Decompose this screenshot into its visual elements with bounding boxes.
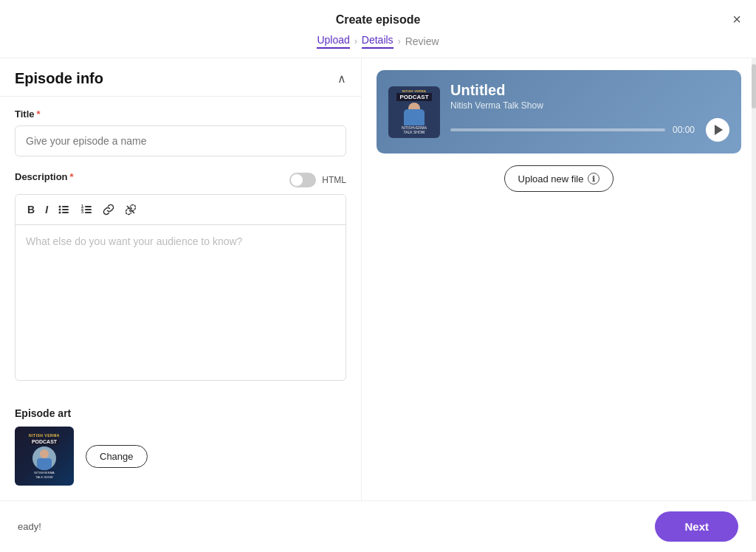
svg-rect-3 — [62, 209, 69, 210]
svg-point-4 — [59, 212, 61, 214]
player-subtitle: Nitish Verma Talk Show — [450, 100, 729, 111]
breadcrumb-sep-2: › — [398, 36, 401, 46]
thumb-podcast-label: PODCAST — [30, 438, 59, 445]
next-button[interactable]: Next — [655, 511, 738, 542]
link-icon — [103, 204, 114, 215]
html-toggle-area: HTML — [289, 173, 346, 187]
player-thumb-show: NITISHVERMATALK SHOW — [402, 125, 427, 135]
description-header: Description * HTML — [15, 171, 346, 188]
bullet-list-icon — [58, 204, 70, 215]
close-button[interactable]: × — [732, 12, 741, 27]
player-info: Untitled Nitish Verma Talk Show 00:00 — [450, 82, 729, 142]
audio-player-card: NITISH VERMA PODCAST NITISHVERMATALK SHO… — [377, 70, 741, 153]
description-label: Description * — [15, 171, 74, 182]
player-controls: 00:00 — [450, 118, 729, 142]
episode-info-header: Episode info ∧ — [0, 58, 361, 97]
unlink-button[interactable] — [120, 201, 141, 218]
unlink-icon — [125, 204, 137, 215]
title-label: Title * — [15, 108, 346, 120]
collapse-button[interactable]: ∧ — [337, 72, 346, 86]
svg-rect-11 — [85, 212, 92, 213]
description-editor: B I — [15, 194, 346, 381]
thumbnail-image: NITISH VERMA PODCAST NITISHVERMATALK SHO… — [15, 427, 74, 486]
thumb-body — [37, 458, 52, 470]
thumb-show-name: NITISHVERMATALK SHOW — [34, 471, 54, 478]
section-title: Episode info — [15, 70, 103, 87]
play-button[interactable] — [706, 118, 729, 142]
svg-text:3.: 3. — [81, 210, 85, 214]
scrollbar-track — [752, 58, 756, 500]
player-time: 00:00 — [673, 125, 698, 135]
episode-art-title: Episode art — [15, 407, 346, 419]
svg-rect-7 — [85, 206, 92, 207]
player-thumb-inner: NITISH VERMA PODCAST NITISHVERMATALK SHO… — [388, 86, 440, 138]
bullet-list-button[interactable] — [54, 201, 75, 218]
player-thumbnail: NITISH VERMA PODCAST NITISHVERMATALK SHO… — [388, 86, 440, 138]
ordered-list-icon: 1. 2. 3. — [80, 204, 92, 215]
thumb-avatar — [32, 446, 56, 470]
change-art-button[interactable]: Change — [86, 445, 148, 468]
editor-toolbar: B I — [16, 195, 346, 225]
svg-point-0 — [59, 206, 61, 208]
player-body — [404, 109, 425, 125]
title-input[interactable] — [15, 125, 346, 156]
upload-new-button[interactable]: Upload new file ℹ — [504, 165, 614, 192]
modal-header: Create episode Upload › Details › Review… — [0, 0, 756, 58]
upload-new-label: Upload new file — [518, 173, 584, 184]
description-placeholder: What else do you want your audience to k… — [26, 235, 242, 247]
link-button[interactable] — [98, 201, 119, 218]
left-panel: Episode info ∧ Title * — [0, 58, 362, 500]
player-title: Untitled — [450, 82, 729, 99]
svg-line-12 — [127, 206, 134, 213]
breadcrumb: Upload › Details › Review — [317, 34, 439, 49]
svg-point-2 — [59, 209, 61, 211]
modal-title: Create episode — [336, 13, 421, 27]
episode-art-row: NITISH VERMA PODCAST NITISHVERMATALK SHO… — [15, 427, 346, 486]
upload-info-icon: ℹ — [588, 173, 599, 184]
player-thumb-podcast: PODCAST — [396, 93, 431, 101]
scrollbar-thumb[interactable] — [752, 64, 756, 108]
player-avatar-area — [399, 103, 429, 125]
italic-button[interactable]: I — [41, 201, 52, 218]
modal-footer: eady! Next — [0, 500, 756, 552]
title-field-group: Title * — [15, 108, 346, 156]
footer-status: eady! — [18, 521, 41, 532]
html-toggle[interactable] — [289, 173, 316, 187]
modal-backdrop: Create episode Upload › Details › Review… — [0, 0, 756, 552]
breadcrumb-details[interactable]: Details — [362, 34, 394, 49]
form-content: Title * Description * — [0, 97, 361, 407]
episode-art-section: Episode art NITISH VERMA PODCAST NITISHV… — [0, 407, 361, 500]
thumb-head — [40, 449, 49, 458]
breadcrumb-sep-1: › — [354, 36, 357, 46]
episode-thumbnail: NITISH VERMA PODCAST NITISHVERMATALK SHO… — [15, 427, 74, 486]
svg-rect-5 — [62, 212, 69, 213]
modal-body: Episode info ∧ Title * — [0, 58, 756, 500]
description-input[interactable]: What else do you want your audience to k… — [16, 225, 346, 380]
play-icon — [715, 125, 723, 135]
ordered-list-button[interactable]: 1. 2. 3. — [76, 201, 97, 218]
thumb-nitish-label: NITISH VERMA — [29, 433, 60, 438]
bold-button[interactable]: B — [23, 201, 39, 218]
svg-rect-9 — [85, 209, 92, 210]
svg-rect-1 — [62, 206, 69, 207]
html-toggle-label: HTML — [322, 175, 346, 185]
create-episode-modal: Create episode Upload › Details › Review… — [0, 0, 756, 552]
breadcrumb-review: Review — [405, 35, 439, 47]
title-required-star: * — [37, 108, 41, 120]
breadcrumb-upload[interactable]: Upload — [317, 34, 349, 49]
description-field-group: Description * HTML B I — [15, 171, 346, 381]
progress-bar[interactable] — [450, 128, 665, 131]
description-required-star: * — [70, 171, 74, 182]
upload-area: Upload new file ℹ — [377, 165, 741, 192]
right-panel: NITISH VERMA PODCAST NITISHVERMATALK SHO… — [362, 58, 756, 500]
